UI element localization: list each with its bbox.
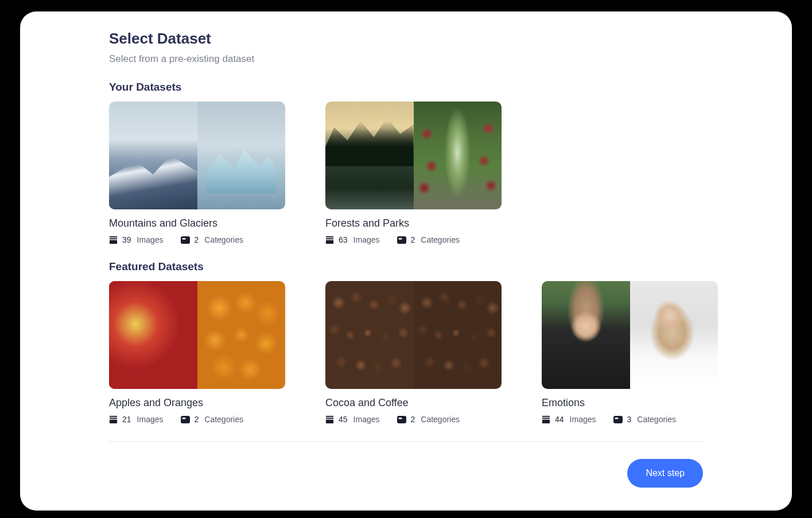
stack-icon	[109, 236, 118, 244]
dataset-thumbnail	[542, 281, 718, 389]
divider	[109, 441, 703, 442]
svg-rect-6	[326, 238, 333, 239]
svg-rect-21	[542, 418, 550, 419]
images-count: 45	[339, 415, 348, 424]
svg-rect-16	[326, 418, 333, 419]
card-icon	[181, 236, 190, 244]
modal-footer: Next step	[109, 459, 703, 488]
categories-count: 2	[411, 235, 415, 244]
svg-rect-14	[182, 418, 185, 419]
images-count: 63	[339, 235, 348, 244]
select-dataset-modal: Select Dataset Select from a pre-existin…	[20, 11, 792, 511]
svg-rect-0	[110, 236, 117, 237]
svg-rect-10	[110, 415, 117, 416]
svg-rect-9	[398, 238, 402, 240]
svg-rect-11	[110, 418, 117, 419]
images-label: Images	[353, 415, 380, 424]
page-subtitle: Select from a pre-existing dataset	[109, 53, 703, 65]
svg-rect-8	[397, 236, 406, 244]
dataset-name: Forests and Parks	[325, 217, 502, 229]
svg-rect-1	[110, 238, 117, 239]
svg-rect-2	[110, 240, 117, 244]
categories-count: 2	[411, 415, 415, 424]
svg-rect-5	[326, 236, 333, 237]
dataset-card-emotions[interactable]: Emotions 44 Images 3 Categories	[542, 281, 718, 424]
dataset-card-mountains[interactable]: Mountains and Glaciers 39 Images 2 Categ…	[109, 102, 285, 244]
categories-count: 2	[195, 415, 199, 424]
card-icon	[397, 236, 406, 244]
dataset-card-cocoa[interactable]: Cocoa and Coffee 45 Images 2 Categories	[325, 281, 502, 424]
your-datasets-heading: Your Datasets	[109, 81, 703, 94]
svg-rect-23	[613, 416, 623, 423]
dataset-name: Emotions	[542, 397, 718, 409]
svg-rect-3	[181, 236, 190, 244]
card-icon	[181, 416, 190, 423]
dataset-card-apples[interactable]: Apples and Oranges 21 Images 2 Categorie…	[109, 281, 285, 424]
dataset-meta: 45 Images 2 Categories	[325, 415, 502, 424]
dataset-thumbnail	[109, 281, 285, 389]
dataset-thumbnail	[325, 102, 502, 209]
dataset-meta: 39 Images 2 Categories	[109, 235, 285, 244]
next-step-button[interactable]: Next step	[627, 459, 703, 488]
dataset-meta: 44 Images 3 Categories	[542, 415, 718, 424]
svg-rect-19	[398, 418, 402, 419]
categories-count: 2	[195, 235, 199, 244]
images-label: Images	[137, 415, 164, 424]
images-label: Images	[570, 415, 596, 424]
stack-icon	[542, 415, 550, 424]
images-count: 21	[122, 415, 131, 424]
stack-icon	[109, 415, 118, 424]
categories-label: Categories	[637, 415, 676, 424]
stack-icon	[325, 415, 334, 424]
categories-label: Categories	[204, 235, 243, 244]
svg-rect-12	[110, 419, 117, 423]
svg-rect-7	[326, 240, 333, 244]
svg-rect-20	[542, 415, 550, 416]
featured-datasets-heading: Featured Datasets	[109, 260, 703, 273]
dataset-card-forests[interactable]: Forests and Parks 63 Images 2 Categories	[325, 102, 502, 244]
svg-rect-18	[397, 416, 406, 423]
svg-rect-24	[615, 418, 618, 419]
dataset-name: Cocoa and Coffee	[325, 397, 502, 409]
your-datasets-row: Mountains and Glaciers 39 Images 2 Categ…	[109, 102, 703, 244]
images-label: Images	[353, 235, 380, 244]
categories-label: Categories	[204, 415, 243, 424]
card-icon	[613, 416, 623, 423]
svg-rect-13	[181, 416, 190, 423]
dataset-thumbnail	[325, 281, 502, 389]
page-title: Select Dataset	[109, 30, 703, 48]
svg-rect-22	[542, 419, 550, 423]
categories-label: Categories	[421, 235, 460, 244]
featured-datasets-row: Apples and Oranges 21 Images 2 Categorie…	[109, 281, 703, 424]
stack-icon	[325, 236, 334, 244]
svg-rect-15	[326, 415, 333, 416]
dataset-meta: 21 Images 2 Categories	[109, 415, 285, 424]
categories-count: 3	[627, 415, 632, 424]
images-label: Images	[137, 235, 164, 244]
dataset-name: Mountains and Glaciers	[109, 217, 285, 229]
images-count: 44	[555, 415, 564, 424]
dataset-thumbnail	[109, 102, 285, 209]
categories-label: Categories	[421, 415, 460, 424]
dataset-meta: 63 Images 2 Categories	[325, 235, 502, 244]
svg-rect-4	[182, 238, 185, 240]
dataset-name: Apples and Oranges	[109, 397, 285, 409]
card-icon	[397, 416, 406, 423]
svg-rect-17	[326, 419, 333, 423]
images-count: 39	[122, 235, 131, 244]
